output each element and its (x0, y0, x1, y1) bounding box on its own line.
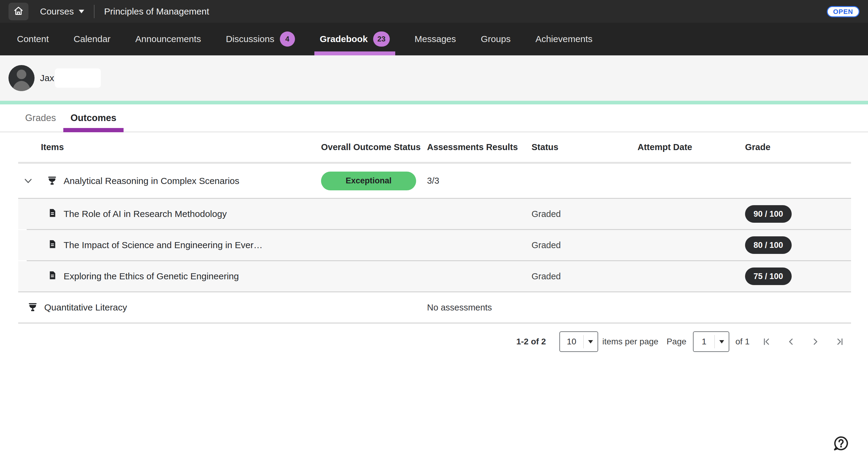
col-header-grade: Grade (745, 142, 851, 152)
items-per-page-label: items per page (602, 337, 658, 346)
nav-item-content[interactable]: Content (15, 23, 51, 55)
nav-item-gradebook[interactable]: Gradebook 23 (318, 23, 392, 55)
tab-label: Outcomes (70, 112, 117, 124)
nav-item-label: Achievements (535, 34, 592, 44)
assessment-title: Exploring the Ethics of Genetic Engineer… (64, 271, 239, 282)
help-question-bubble-icon (833, 435, 849, 452)
assessment-row-role-of-ai: The Role of AI in Research Methodology G… (18, 199, 851, 229)
student-first-name: Jax (40, 73, 54, 83)
assessments-results-value: No assessments (427, 303, 531, 312)
nav-item-label: Groups (481, 34, 510, 44)
overall-status-pill: Exceptional (321, 172, 416, 190)
assessment-status: Graded (531, 240, 638, 250)
chevron-down-icon (23, 175, 34, 187)
chevron-down-icon (588, 340, 593, 343)
next-page-icon (811, 337, 820, 346)
pager-controls (762, 337, 844, 346)
gradebook-count-badge: 23 (373, 31, 390, 46)
grade-pill: 90 / 100 (745, 205, 792, 223)
nav-item-label: Discussions (226, 34, 274, 44)
discussions-count-badge: 4 (280, 31, 295, 46)
next-page-button[interactable] (811, 337, 820, 346)
previous-page-button[interactable] (786, 337, 796, 346)
page-number-select[interactable]: 1 (693, 331, 729, 352)
topbar-divider (94, 5, 94, 18)
document-icon (47, 270, 58, 283)
student-profile-strip: Jax (0, 55, 868, 101)
chalice-outcome-icon (27, 302, 38, 313)
outcome-title: Quantitative Literacy (44, 302, 127, 312)
nav-item-label: Messages (414, 34, 456, 44)
page-count-label: of 1 (735, 337, 750, 346)
courses-dropdown[interactable]: Courses (40, 6, 84, 16)
nav-item-label: Announcements (135, 34, 201, 44)
outcome-row-quantitative-literacy: Quantitative Literacy No assessments (18, 292, 851, 323)
last-page-button[interactable] (835, 337, 844, 346)
nav-item-achievements[interactable]: Achievements (534, 23, 594, 55)
nav-item-messages[interactable]: Messages (413, 23, 458, 55)
items-range-label: 1-2 of 2 (516, 337, 546, 346)
chevron-down-icon (79, 10, 84, 13)
document-icon (47, 239, 58, 252)
nav-item-groups[interactable]: Groups (479, 23, 513, 55)
home-button[interactable] (8, 3, 28, 20)
items-per-page-value: 10 (560, 337, 583, 346)
table-header-row: Items Overall Outcome Status Assessments… (18, 132, 851, 162)
avatar (8, 65, 34, 91)
tab-label: Grades (25, 112, 56, 124)
nav-item-announcements[interactable]: Announcements (133, 23, 203, 55)
col-header-attempt-date: Attempt Date (638, 142, 745, 152)
assessment-status: Graded (531, 271, 638, 282)
gradebook-tabs: Grades Outcomes (0, 104, 868, 132)
assessment-row-impact-of-science: The Impact of Science and Engineering in… (18, 230, 851, 260)
page-label: Page (666, 337, 686, 346)
nav-item-label: Gradebook (320, 34, 368, 44)
open-status-badge: OPEN (827, 6, 860, 17)
home-icon (13, 5, 24, 18)
outcomes-table: Items Overall Outcome Status Assessments… (18, 132, 851, 360)
assessment-title: The Role of AI in Research Methodology (64, 209, 227, 219)
nav-item-label: Content (17, 34, 49, 44)
col-header-status: Status (531, 142, 638, 152)
items-per-page-select[interactable]: 10 (559, 331, 598, 352)
outcome-row-analytical-reasoning: Analytical Reasoning in Complex Scenario… (18, 164, 851, 198)
col-header-overall-outcome-status: Overall Outcome Status (321, 142, 427, 152)
redacted-name-box (55, 68, 101, 88)
help-button[interactable] (833, 435, 849, 452)
nav-item-label: Calendar (73, 34, 111, 44)
nav-item-discussions[interactable]: Discussions 4 (224, 23, 297, 55)
tab-outcomes[interactable]: Outcomes (63, 104, 124, 132)
col-header-assessments-results: Assessments Results (427, 142, 531, 152)
chevron-down-icon (719, 340, 724, 343)
pagination-bar: 1-2 of 2 10 items per page Page 1 of 1 (18, 324, 851, 360)
assessments-results-value: 3/3 (427, 176, 531, 186)
courses-label: Courses (40, 6, 74, 16)
nav-item-calendar[interactable]: Calendar (72, 23, 112, 55)
assessment-row-ethics-genetic-engineering: Exploring the Ethics of Genetic Engineer… (18, 261, 851, 291)
course-nav: Content Calendar Announcements Discussio… (0, 23, 868, 55)
first-page-icon (762, 337, 771, 346)
document-icon (47, 208, 58, 220)
assessment-status: Graded (531, 209, 638, 219)
grade-pill: 80 / 100 (745, 236, 792, 254)
last-page-icon (835, 337, 844, 346)
page-number-value: 1 (693, 337, 714, 346)
outcome-title: Analytical Reasoning in Complex Scenario… (64, 176, 239, 186)
assessment-title: The Impact of Science and Engineering in… (64, 240, 262, 250)
col-header-items: Items (18, 142, 321, 152)
chalice-outcome-icon (46, 175, 58, 187)
course-title: Principles of Management (104, 6, 209, 16)
grade-pill: 75 / 100 (745, 267, 792, 285)
collapse-outcome-button[interactable] (22, 175, 34, 187)
teal-accent-strip (0, 101, 868, 104)
previous-page-icon (786, 337, 796, 346)
first-page-button[interactable] (762, 337, 771, 346)
tab-grades[interactable]: Grades (18, 104, 63, 132)
top-bar: Courses Principles of Management OPEN (0, 0, 868, 23)
